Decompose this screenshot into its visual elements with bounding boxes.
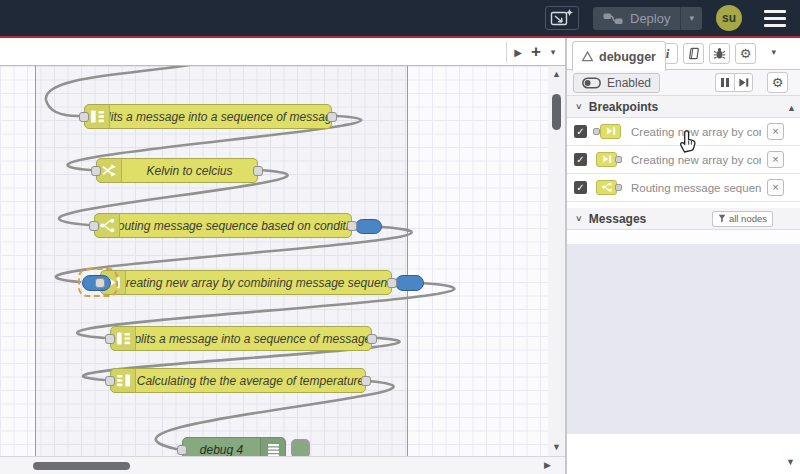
flow-node-average[interactable]: Calculating the the average of temperatu… [110,368,366,393]
node-label: debug 4 [183,438,260,456]
main-menu-button[interactable] [760,6,790,31]
plus-icon: + [531,42,541,62]
filter-label: all nodes [729,213,767,224]
caret-down-icon: ▾ [689,13,694,23]
node-label: Calculating the the average of temperatu… [136,369,365,392]
canvas-vertical-scrollbar[interactable]: ▲ ▼ [548,66,565,456]
canvas-horizontal-scrollbar[interactable]: ▶ [0,456,565,474]
deploy-options-caret[interactable]: ▾ [680,7,702,30]
export-chart-icon [550,8,574,28]
debugger-settings-button[interactable]: ⚙ [767,72,788,93]
input-port[interactable] [105,376,115,386]
chevron-down-icon: ∨ [575,102,583,111]
input-port[interactable] [79,112,89,122]
scroll-up-icon[interactable]: ▲ [552,70,561,79]
remove-breakpoint-button[interactable]: × [767,151,784,168]
node-label: Splits a message into a sequence of mess… [136,327,371,350]
breakpoint-checkbox[interactable]: ✓ [574,181,587,194]
section-title: Messages [589,212,646,226]
debugger-tab-icon [582,51,593,62]
flow-list-button[interactable]: ▾ [545,38,561,66]
flow-canvas[interactable]: Splits a message into a sequence of mess… [0,66,565,456]
tab-scroll-right-button[interactable]: ▶ [509,38,527,66]
output-port[interactable] [361,376,371,386]
sidebar-scroll-down-icon[interactable]: ▼ [786,458,795,467]
debug-list-icon [260,438,285,456]
caret-down-icon: ▾ [551,47,556,57]
mini-switch-node-icon [593,179,625,197]
breakpoints-section-header[interactable]: ∨ Breakpoints [567,96,800,118]
sidebar-tab-bar: debugger i ⚙ ▾ [567,38,800,70]
flow-node-change[interactable]: Kelvin to celcius [96,158,258,183]
breakpoint-checkbox[interactable]: ✓ [574,125,587,138]
output-port[interactable] [387,278,397,288]
step-button[interactable] [734,73,753,92]
remove-breakpoint-button[interactable]: × [767,179,784,196]
debug-node[interactable]: debug 4 [182,437,286,456]
output-port[interactable] [347,221,357,231]
debugger-enabled-toggle[interactable]: Enabled [573,73,660,93]
bug-icon [713,47,726,60]
export-chart-button[interactable] [545,6,579,30]
funnel-icon [718,214,726,223]
deploy-button[interactable]: Deploy ▾ [593,7,702,30]
remove-breakpoint-button[interactable]: × [767,123,784,140]
flow-node-split-2[interactable]: Splits a message into a sequence of mess… [110,326,372,351]
output-port[interactable] [253,166,263,176]
flow-node-switch[interactable]: Routing message sequence based on condit… [94,213,352,238]
node-label: Splits a message into a sequence of mess… [110,105,331,128]
flow-node-split-1[interactable]: Splits a message into a sequence of mess… [84,104,332,129]
messages-empty-area [567,230,800,244]
input-port[interactable] [105,334,115,344]
breakpoint-row[interactable]: ✓ Creating new array by combining messag… [567,146,800,174]
enabled-label: Enabled [607,76,651,90]
scroll-right-icon[interactable]: ▶ [544,461,551,470]
deploy-label: Deploy [630,11,670,26]
pause-button[interactable] [715,73,734,92]
avatar-initials: su [722,11,736,25]
node-label: Routing message sequence based on condit… [120,214,351,237]
flow-node-join-selected[interactable]: Creating new array by combining message … [100,270,392,295]
input-port[interactable] [91,166,101,176]
breakpoint-label: Routing message sequence based on condit… [631,182,761,194]
horizontal-scroll-thumb[interactable] [33,462,130,470]
breakpoint-checkbox[interactable]: ✓ [574,153,587,166]
header-bar: Deploy ▾ su [0,0,800,36]
chevron-down-icon: ∨ [575,214,583,223]
sidebar-scroll-up-icon[interactable]: ▲ [787,104,796,113]
tab-label: debugger [599,50,656,64]
breakpoint-row[interactable]: ✓ Routing message sequence based on cond… [567,174,800,202]
filter-all-nodes-button[interactable]: all nodes [712,211,773,227]
menu-icon [764,10,786,13]
sidebar-empty-area [567,244,800,434]
config-tab-button[interactable]: ⚙ [735,43,756,64]
breakpoint-label: Creating new array by combining message … [631,126,761,138]
debug-tab-button[interactable] [709,43,730,64]
breakpoint-row[interactable]: ✓ Creating new array by combining messag… [567,118,800,146]
input-port[interactable] [177,445,187,455]
gear-icon: ⚙ [740,46,752,61]
debug-toggle-button[interactable] [291,439,310,456]
output-port[interactable] [327,112,337,122]
add-flow-button[interactable]: + [527,38,545,66]
pause-icon [721,78,724,87]
input-port[interactable] [95,278,105,288]
user-avatar[interactable]: su [716,5,742,31]
mini-join-node-icon [593,123,625,141]
vertical-scroll-thumb[interactable] [552,94,561,130]
tab-debugger[interactable]: debugger [572,41,666,71]
node-red-editor: Deploy ▾ su ▶ + ▾ [0,0,800,474]
gear-icon: ⚙ [772,75,784,90]
scroll-down-icon[interactable]: ▼ [552,443,561,452]
sidebar-tabs-caret[interactable]: ▾ [771,47,776,57]
messages-section-header[interactable]: ∨ Messages all nodes [567,208,800,230]
output-port[interactable] [367,334,377,344]
breakpoint-pill-output[interactable] [355,219,382,234]
node-label: Creating new array by combining message … [126,271,391,294]
input-port[interactable] [89,221,99,231]
mini-join-node-icon [593,151,625,169]
help-tab-button[interactable] [683,43,704,64]
breakpoint-label: Creating new array by combining message … [631,154,761,166]
breakpoint-pill-output[interactable] [395,275,424,291]
deploy-nodes-icon [603,11,623,26]
